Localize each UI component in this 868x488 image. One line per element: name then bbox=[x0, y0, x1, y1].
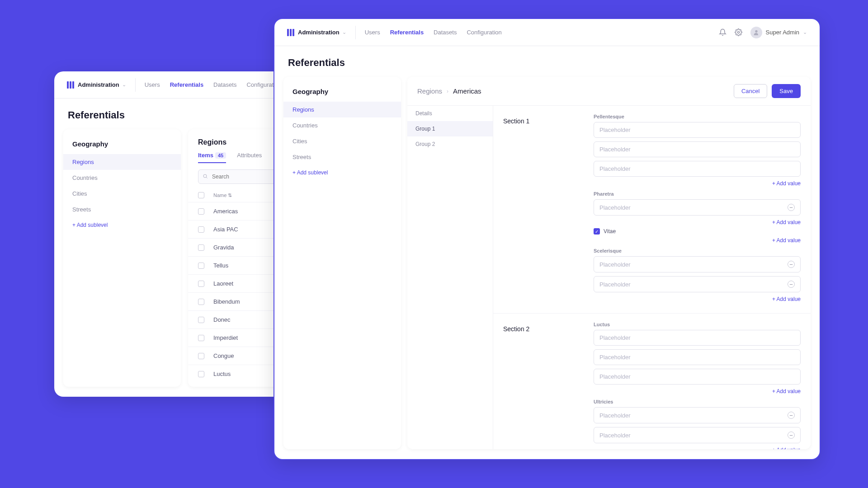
row-checkbox[interactable] bbox=[198, 317, 204, 323]
nav-referentials[interactable]: Referentials bbox=[170, 81, 203, 88]
text-input[interactable]: − bbox=[594, 199, 801, 216]
row-checkbox[interactable] bbox=[198, 244, 204, 251]
nav-referentials[interactable]: Referentials bbox=[390, 29, 424, 36]
add-value-button[interactable]: + Add value bbox=[594, 388, 801, 394]
cancel-button[interactable]: Cancel bbox=[734, 84, 767, 98]
svg-line-1 bbox=[206, 177, 207, 178]
sidebar: Geography Regions Countries Cities Stree… bbox=[63, 129, 181, 387]
bell-icon[interactable] bbox=[719, 28, 726, 36]
main-panel: Regions › Americas Cancel Save Details G… bbox=[407, 77, 811, 449]
chevron-right-icon: › bbox=[447, 88, 448, 94]
row-checkbox[interactable] bbox=[198, 208, 204, 215]
divider bbox=[135, 78, 136, 92]
text-input[interactable] bbox=[594, 122, 801, 138]
row-checkbox[interactable] bbox=[198, 263, 204, 269]
user-menu[interactable]: Super Admin ⌄ bbox=[750, 27, 807, 38]
row-checkbox[interactable] bbox=[198, 371, 204, 377]
nav: Users Referentials Datasets Configuratio… bbox=[145, 81, 282, 88]
chevron-down-icon[interactable]: ⌄ bbox=[342, 29, 346, 35]
add-sublevel-button[interactable]: + Add sublevel bbox=[283, 165, 401, 180]
sidebar-item-streets[interactable]: Streets bbox=[283, 149, 401, 165]
sidebar-item-countries[interactable]: Countries bbox=[283, 117, 401, 133]
breadcrumb-current: Americas bbox=[453, 87, 481, 95]
form-sections: Section 1 Pellentesque + Add value Phare… bbox=[493, 106, 811, 449]
field-label: Luctus bbox=[594, 322, 801, 327]
nav: Users Referentials Datasets Configuratio… bbox=[365, 29, 502, 36]
row-checkbox[interactable] bbox=[198, 353, 204, 359]
panel-header: Regions › Americas Cancel Save bbox=[407, 77, 811, 106]
chevron-down-icon[interactable]: ⌄ bbox=[122, 82, 126, 88]
sidebar-heading: Geography bbox=[63, 140, 181, 154]
sidebar-item-countries[interactable]: Countries bbox=[63, 170, 181, 186]
row-checkbox[interactable] bbox=[198, 281, 204, 287]
add-value-button[interactable]: + Add value bbox=[594, 447, 801, 449]
select-all-checkbox[interactable] bbox=[198, 192, 204, 198]
text-input[interactable]: − bbox=[594, 276, 801, 292]
tab-attributes[interactable]: Attributes bbox=[237, 152, 262, 163]
row-checkbox[interactable] bbox=[198, 299, 204, 305]
checkbox-label: Vitae bbox=[604, 228, 616, 235]
text-input[interactable]: − bbox=[594, 407, 801, 423]
nav-users[interactable]: Users bbox=[365, 29, 380, 36]
nav-datasets[interactable]: Datasets bbox=[434, 29, 457, 36]
add-value-button[interactable]: + Add value bbox=[594, 296, 801, 302]
add-value-button[interactable]: + Add value bbox=[594, 180, 801, 187]
remove-icon[interactable]: − bbox=[788, 432, 795, 439]
remove-icon[interactable]: − bbox=[788, 281, 795, 288]
add-value-button[interactable]: + Add value bbox=[594, 237, 801, 244]
save-button[interactable]: Save bbox=[772, 84, 801, 98]
breadcrumb: Regions › Americas bbox=[417, 87, 481, 95]
breadcrumb-parent[interactable]: Regions bbox=[417, 87, 442, 95]
remove-icon[interactable]: − bbox=[788, 261, 795, 268]
remove-icon[interactable]: − bbox=[788, 204, 795, 211]
sidebar-item-cities[interactable]: Cities bbox=[63, 186, 181, 202]
text-input[interactable] bbox=[594, 141, 801, 157]
col-name[interactable]: Name ⇅ bbox=[213, 192, 232, 198]
sidebar-item-cities[interactable]: Cities bbox=[283, 133, 401, 149]
sidebar-item-regions[interactable]: Regions bbox=[283, 102, 401, 117]
text-input[interactable]: − bbox=[594, 256, 801, 272]
section-2: Section 2 Luctus + Add value Ultricies −… bbox=[493, 314, 811, 449]
row-checkbox[interactable] bbox=[198, 335, 204, 341]
app-name: Administration bbox=[298, 29, 340, 36]
add-value-button[interactable]: + Add value bbox=[594, 219, 801, 225]
detail-nav: Details Group 1 Group 2 bbox=[407, 106, 493, 449]
divider bbox=[355, 26, 356, 39]
sidebar-heading: Geography bbox=[283, 88, 401, 102]
field-label: Ultricies bbox=[594, 399, 801, 404]
page-title: Referentials bbox=[274, 46, 820, 77]
sidebar: Geography Regions Countries Cities Stree… bbox=[283, 77, 401, 449]
section-title: Section 2 bbox=[493, 314, 584, 449]
field-label: Pharetra bbox=[594, 191, 801, 197]
avatar bbox=[750, 27, 762, 38]
nav-datasets[interactable]: Datasets bbox=[213, 81, 236, 88]
nav-users[interactable]: Users bbox=[145, 81, 160, 88]
row-checkbox[interactable] bbox=[198, 226, 204, 233]
svg-point-3 bbox=[755, 30, 757, 32]
text-input[interactable] bbox=[594, 161, 801, 177]
sidebar-item-regions[interactable]: Regions bbox=[63, 154, 181, 170]
checkbox-row[interactable]: ✓ Vitae bbox=[594, 228, 801, 235]
tab-items[interactable]: Items45 bbox=[198, 152, 226, 163]
text-input[interactable] bbox=[594, 330, 801, 346]
chevron-down-icon: ⌄ bbox=[803, 29, 807, 35]
text-input[interactable] bbox=[594, 369, 801, 385]
topbar: Administration ⌄ Users Referentials Data… bbox=[274, 19, 820, 46]
text-input[interactable] bbox=[594, 349, 801, 365]
svg-point-2 bbox=[737, 31, 739, 33]
svg-point-0 bbox=[203, 174, 207, 178]
detail-nav-details[interactable]: Details bbox=[407, 106, 493, 121]
add-sublevel-button[interactable]: + Add sublevel bbox=[63, 217, 181, 233]
detail-nav-group-2[interactable]: Group 2 bbox=[407, 136, 493, 152]
gear-icon[interactable] bbox=[735, 28, 742, 36]
text-input[interactable]: − bbox=[594, 427, 801, 443]
search-icon bbox=[203, 173, 208, 181]
sidebar-item-streets[interactable]: Streets bbox=[63, 202, 181, 217]
remove-icon[interactable]: − bbox=[788, 412, 795, 419]
checkbox-checked-icon[interactable]: ✓ bbox=[594, 228, 600, 235]
detail-nav-group-1[interactable]: Group 1 bbox=[407, 121, 493, 136]
nav-configuration[interactable]: Configuration bbox=[467, 29, 501, 36]
logo-icon bbox=[287, 29, 294, 36]
items-count-badge: 45 bbox=[215, 152, 226, 159]
field-label: Scelerisque bbox=[594, 248, 801, 253]
